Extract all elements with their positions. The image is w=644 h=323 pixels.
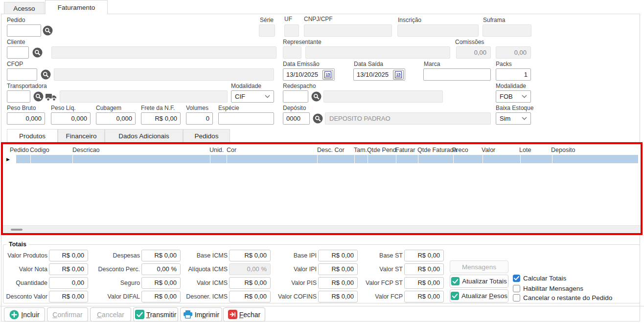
cliente-search-button[interactable] xyxy=(32,47,43,58)
frete-nf-input[interactable] xyxy=(141,112,181,125)
fechar-button[interactable]: Fechar xyxy=(223,307,265,322)
cell-desc-cor xyxy=(318,155,355,163)
cliente-input[interactable] xyxy=(7,46,29,59)
col-header-pedido[interactable]: Pedido xyxy=(10,147,29,153)
base-st-field[interactable]: R$ 0,00 xyxy=(404,250,444,261)
deposito-input[interactable] xyxy=(283,112,310,125)
despesas-field[interactable]: R$ 0,00 xyxy=(141,250,181,261)
cfop-search-button[interactable] xyxy=(41,69,51,80)
cell-descricao xyxy=(73,155,210,163)
volumes-input[interactable] xyxy=(186,112,213,125)
produtos-grid[interactable]: Pedido Codigo Descricao Unid. Cor Desc. … xyxy=(1,142,643,235)
fechar-label: Fechar xyxy=(239,311,261,319)
tab-faturamento[interactable]: Faturamento xyxy=(45,0,108,14)
confirmar-button[interactable]: Confirmar xyxy=(47,307,88,322)
col-header-valor[interactable]: Valor xyxy=(482,147,495,153)
valor-fcp-st-field[interactable]: R$ 0,00 xyxy=(404,277,444,289)
data-emissao-field[interactable]: 13/10/2025 15 xyxy=(283,68,335,81)
cancelar-button[interactable]: Cancelar xyxy=(90,307,131,322)
seguro-field[interactable]: R$ 0,00 xyxy=(141,277,181,289)
desoner-icms-field[interactable]: R$ 0,00 xyxy=(229,291,271,302)
modalidade-frete-select[interactable]: CIF xyxy=(231,90,274,103)
col-header-preco[interactable]: Preco xyxy=(452,147,468,153)
pedido-input[interactable] xyxy=(7,24,41,37)
check-icon xyxy=(135,310,144,319)
marca-input[interactable] xyxy=(423,68,491,81)
especie-input[interactable] xyxy=(218,112,274,125)
modalidade-frete-label: Modalidade xyxy=(231,83,261,89)
valor-fcp-field[interactable]: R$ 0,00 xyxy=(404,291,444,302)
redespacho-input[interactable] xyxy=(283,90,308,103)
valor-fcp-label: Valor FCP xyxy=(355,293,403,300)
cfop-descricao-field xyxy=(54,68,274,81)
desconto-valor-field[interactable]: R$ 0,00 xyxy=(49,291,88,302)
col-header-deposito[interactable]: Deposito xyxy=(551,147,575,153)
pedido-search-button[interactable] xyxy=(43,25,53,36)
representante-codigo-field xyxy=(283,46,301,59)
mensagens-button[interactable]: Mensagens xyxy=(450,260,508,273)
col-header-lote[interactable]: Lote xyxy=(519,147,531,153)
tab-pedidos[interactable]: Pedidos xyxy=(183,129,230,142)
modalidade-redespacho-select[interactable]: FOB xyxy=(496,90,531,103)
check-icon xyxy=(451,277,460,285)
habilitar-mensagens-checkbox[interactable]: Habilitar Mensagens xyxy=(513,285,583,292)
valor-pis-field[interactable]: R$ 0,00 xyxy=(318,277,358,289)
valor-st-field[interactable]: R$ 0,00 xyxy=(404,263,444,275)
atualizar-totais-button[interactable]: Atualizar Totais xyxy=(450,275,508,288)
data-saida-field[interactable]: 13/10/2025 15 xyxy=(353,68,405,81)
incluir-button[interactable]: Incluir xyxy=(4,307,45,322)
deposito-nome-field: DEPOSITO PADRAO xyxy=(325,112,491,125)
deposito-label: Depósito xyxy=(283,105,306,111)
peso-bruto-label: Peso Bruto xyxy=(7,105,36,111)
calcular-totais-checkbox[interactable]: Calcular Totais xyxy=(513,275,566,282)
col-header-qtde-pend[interactable]: Qtde Pend. xyxy=(367,147,398,153)
base-ipi-field[interactable]: R$ 0,00 xyxy=(318,250,358,261)
base-icms-field[interactable]: R$ 0,00 xyxy=(229,250,271,261)
valor-ipi-field[interactable]: R$ 0,00 xyxy=(318,263,358,275)
col-header-codigo[interactable]: Codigo xyxy=(30,147,49,153)
transmitir-button[interactable]: Transmitir xyxy=(133,307,178,322)
data-saida-calendar-button[interactable]: 15 xyxy=(393,70,404,80)
transportadora-input[interactable] xyxy=(7,90,30,103)
valor-icms-field[interactable]: R$ 0,00 xyxy=(229,277,271,289)
col-header-cor[interactable]: Cor xyxy=(227,147,236,153)
tab-produtos[interactable]: Produtos xyxy=(7,129,58,142)
cfop-label: CFOP xyxy=(7,61,23,67)
cfop-input[interactable] xyxy=(7,68,37,81)
tab-dados-adicionais[interactable]: Dados Adicionais xyxy=(105,129,183,142)
packs-input[interactable] xyxy=(496,68,531,81)
deposito-search-button[interactable] xyxy=(313,113,323,124)
valor-difal-label: Valor DIFAL xyxy=(93,293,140,300)
valor-produtos-field[interactable]: R$ 0,00 xyxy=(49,250,88,261)
selected-row[interactable]: ▶ xyxy=(3,155,641,163)
grid-horizontal-scrollbar[interactable] xyxy=(3,225,641,233)
suframa-field xyxy=(483,24,531,37)
transmitir-label: Transmitir xyxy=(146,311,177,319)
data-emissao-calendar-button[interactable]: 15 xyxy=(322,70,333,80)
cell-deposito xyxy=(552,155,639,163)
peso-bruto-input[interactable] xyxy=(7,112,45,125)
cubagem-input[interactable] xyxy=(96,112,136,125)
valor-difal-field[interactable]: R$ 0,00 xyxy=(141,291,181,302)
col-header-qtde-faturada[interactable]: Qtde Faturada xyxy=(417,147,457,153)
desconto-perc-field[interactable]: 0,00 % xyxy=(141,263,181,275)
col-header-descricao[interactable]: Descricao xyxy=(72,147,100,153)
peso-liq-input[interactable] xyxy=(51,112,91,125)
tab-acesso[interactable]: Acesso xyxy=(4,2,45,14)
scrollbar-thumb[interactable] xyxy=(11,229,23,231)
col-header-tam[interactable]: Tam. xyxy=(354,147,367,153)
tab-financeiro[interactable]: Financeiro xyxy=(58,129,105,142)
quantidade-field[interactable]: 0,00 xyxy=(49,277,88,289)
col-header-desc-cor[interactable]: Desc. Cor xyxy=(317,147,345,153)
valor-nota-field[interactable]: R$ 0,00 xyxy=(49,263,88,275)
baixa-estoque-select[interactable]: Sim xyxy=(496,112,531,125)
col-header-faturar[interactable]: Faturar xyxy=(395,147,415,153)
cancelar-restante-checkbox[interactable]: Cancelar o restante do Pedido xyxy=(513,294,612,301)
valor-cofins-field[interactable]: R$ 0,00 xyxy=(318,291,358,302)
imprimir-button[interactable]: Imprimir xyxy=(180,307,222,322)
redespacho-search-button[interactable] xyxy=(311,91,322,102)
atualizar-pesos-button[interactable]: Atualizar Pesos xyxy=(450,289,508,302)
transportadora-search-button[interactable] xyxy=(33,91,44,102)
transportadora-truck-button[interactable] xyxy=(45,92,58,102)
col-header-unid[interactable]: Unid. xyxy=(209,147,224,153)
